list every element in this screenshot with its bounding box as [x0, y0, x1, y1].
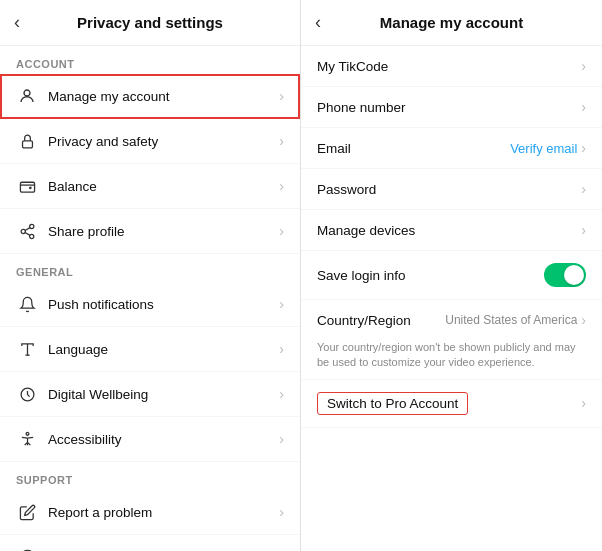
left-back-button[interactable]: ‹ [14, 12, 20, 33]
right-item-password[interactable]: Password › [301, 169, 602, 210]
svg-point-3 [29, 224, 33, 228]
right-back-button[interactable]: ‹ [315, 12, 321, 33]
left-panel: ‹ Privacy and settings ACCOUNT Manage my… [0, 0, 301, 551]
balance-label: Balance [48, 179, 279, 194]
language-label: Language [48, 342, 279, 357]
push-notifications-label: Push notifications [48, 297, 279, 312]
section-label-support: SUPPORT [0, 462, 300, 490]
chevron-icon: › [581, 99, 586, 115]
menu-item-share-profile[interactable]: Share profile › [0, 209, 300, 254]
chevron-icon: › [581, 222, 586, 238]
pencil-icon [16, 501, 38, 523]
chevron-icon: › [581, 312, 586, 328]
share-profile-label: Share profile [48, 224, 279, 239]
right-panel-title: Manage my account [380, 14, 523, 31]
clock-icon [16, 383, 38, 405]
right-item-phone-number[interactable]: Phone number › [301, 87, 602, 128]
help-icon [16, 546, 38, 551]
svg-rect-2 [20, 182, 34, 192]
chevron-icon: › [581, 140, 586, 156]
svg-line-7 [25, 227, 30, 230]
chevron-icon: › [279, 386, 284, 402]
chevron-icon: › [279, 133, 284, 149]
chevron-icon: › [279, 223, 284, 239]
right-item-my-tikcode[interactable]: My TikCode › [301, 46, 602, 87]
menu-item-privacy-safety[interactable]: Privacy and safety › [0, 119, 300, 164]
right-panel-header: ‹ Manage my account [301, 0, 602, 46]
wallet-icon [16, 175, 38, 197]
person-icon [16, 85, 38, 107]
right-item-save-login-info[interactable]: Save login info [301, 251, 602, 300]
right-item-email[interactable]: Email Verify email › [301, 128, 602, 169]
section-label-account: ACCOUNT [0, 46, 300, 74]
section-label-general: GENERAL [0, 254, 300, 282]
accessibility-label: Accessibility [48, 432, 279, 447]
save-login-toggle[interactable] [544, 263, 586, 287]
menu-item-digital-wellbeing[interactable]: Digital Wellbeing › [0, 372, 300, 417]
lock-icon [16, 130, 38, 152]
svg-point-4 [21, 229, 25, 233]
svg-point-0 [24, 90, 30, 96]
svg-point-5 [29, 234, 33, 238]
accessibility-icon [16, 428, 38, 450]
manage-my-account-label: Manage my account [48, 89, 279, 104]
menu-item-accessibility[interactable]: Accessibility › [0, 417, 300, 462]
left-panel-title: Privacy and settings [77, 14, 223, 31]
country-region-label: Country/Region [317, 313, 445, 328]
phone-number-label: Phone number [317, 100, 581, 115]
right-item-manage-devices[interactable]: Manage devices › [301, 210, 602, 251]
chevron-icon: › [279, 296, 284, 312]
share-icon [16, 220, 38, 242]
my-tikcode-label: My TikCode [317, 59, 581, 74]
chevron-icon: › [279, 431, 284, 447]
switch-pro-account-label: Switch to Pro Account [317, 392, 468, 415]
save-login-info-label: Save login info [317, 268, 544, 283]
svg-rect-1 [22, 140, 32, 147]
menu-item-balance[interactable]: Balance › [0, 164, 300, 209]
chevron-icon: › [581, 395, 586, 411]
right-item-switch-pro-account[interactable]: Switch to Pro Account › [301, 380, 602, 428]
privacy-safety-label: Privacy and safety [48, 134, 279, 149]
manage-devices-label: Manage devices [317, 223, 581, 238]
chevron-icon: › [279, 504, 284, 520]
digital-wellbeing-label: Digital Wellbeing [48, 387, 279, 402]
chevron-icon: › [279, 341, 284, 357]
chevron-icon: › [581, 181, 586, 197]
menu-item-manage-my-account[interactable]: Manage my account › [0, 74, 300, 119]
svg-line-6 [25, 232, 30, 235]
right-item-country-region[interactable]: Country/Region United States of America … [301, 300, 602, 380]
verify-email-value: Verify email [510, 141, 577, 156]
right-panel: ‹ Manage my account My TikCode › Phone n… [301, 0, 602, 551]
chevron-icon: › [279, 88, 284, 104]
menu-item-help-center[interactable]: Help Center › [0, 535, 300, 551]
chevron-icon: › [279, 178, 284, 194]
menu-item-report-problem[interactable]: Report a problem › [0, 490, 300, 535]
menu-item-push-notifications[interactable]: Push notifications › [0, 282, 300, 327]
country-region-value: United States of America [445, 313, 577, 327]
svg-point-11 [26, 432, 29, 435]
email-label: Email [317, 141, 510, 156]
report-problem-label: Report a problem [48, 505, 279, 520]
bell-icon [16, 293, 38, 315]
left-panel-header: ‹ Privacy and settings [0, 0, 300, 46]
menu-item-language[interactable]: Language › [0, 327, 300, 372]
password-label: Password [317, 182, 581, 197]
font-icon [16, 338, 38, 360]
chevron-icon: › [581, 58, 586, 74]
country-region-note: Your country/region won't be shown publi… [317, 340, 586, 379]
